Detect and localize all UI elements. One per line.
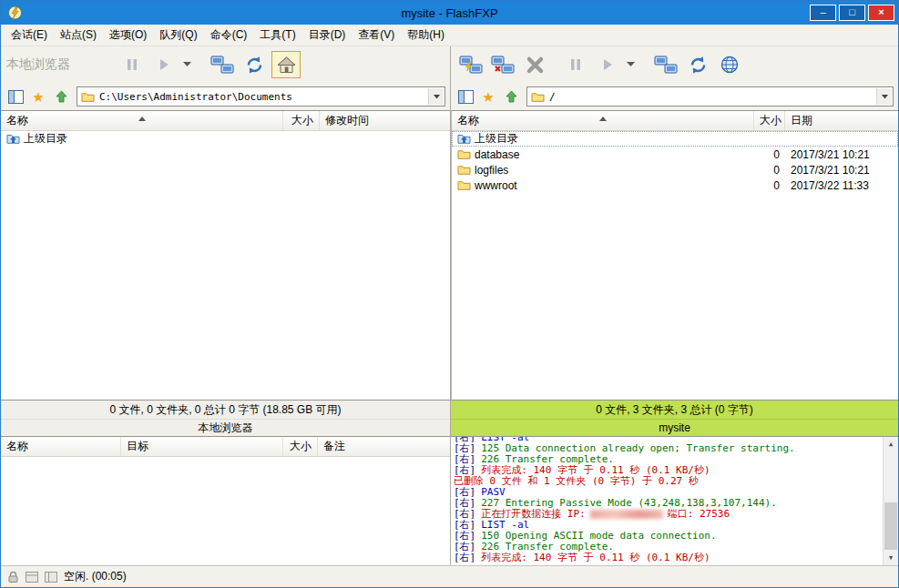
file-row[interactable]: logfiles 0 2017/3/21 10:21 [452, 162, 898, 177]
folder-icon [457, 148, 471, 160]
file-row[interactable]: wwwroot 0 2017/3/22 11:33 [452, 177, 898, 193]
pause-icon [568, 57, 583, 72]
column-header-size[interactable]: 大小 [283, 111, 320, 130]
column-header-queue-target[interactable]: 目标 [121, 437, 283, 456]
menu-item[interactable]: 帮助(H) [401, 25, 451, 46]
minimize-button[interactable]: – [810, 5, 836, 21]
file-size: 0 [754, 164, 785, 177]
disconnect-x-icon [525, 55, 546, 76]
up-directory-button[interactable] [501, 86, 521, 106]
main-panes: 本地浏览器 [1, 46, 898, 565]
menu-item[interactable]: 选项(O) [103, 25, 153, 46]
tree-pane-toggle-button[interactable] [455, 86, 475, 106]
file-date: 2017/3/21 10:21 [785, 148, 898, 161]
statusbar: 空闲. (00:05) [1, 565, 898, 587]
play-button[interactable] [593, 51, 622, 78]
home-button[interactable] [271, 51, 301, 78]
transfer-computers-icon [210, 56, 234, 75]
chevron-down-icon [882, 95, 888, 99]
menu-item[interactable]: 工具(T) [253, 25, 301, 46]
folder-icon [457, 179, 471, 191]
local-addressbar: ★ C:\Users\Administrator\Documents [1, 83, 450, 110]
column-header-size[interactable]: 大小 [754, 111, 785, 130]
quick-connect-button[interactable] [488, 51, 517, 78]
menu-item[interactable]: 站点(S) [54, 25, 103, 46]
log-panel: [右]LIST -al [右]125 Data connection alrea… [451, 436, 898, 565]
remote-list-body: 上级目录 database [452, 131, 898, 400]
up-directory-button[interactable] [51, 86, 71, 106]
star-icon: ★ [482, 90, 494, 104]
up-directory-icon [6, 133, 20, 145]
column-label: 大小 [290, 440, 312, 452]
connect-button[interactable] [456, 51, 485, 78]
pause-button[interactable] [117, 51, 147, 78]
play-dropdown-button[interactable] [625, 51, 636, 78]
site-url-button[interactable] [715, 51, 744, 78]
log-line: [右]列表完成: 140 字节 于 0.11 秒 (0.1 KB/秒) [454, 553, 881, 563]
tree-pane-toggle-button[interactable] [5, 86, 26, 106]
column-header-queue-size[interactable]: 大小 [283, 437, 318, 456]
titlebar: mysite - FlashFXP – □ × [1, 1, 898, 25]
file-name: 上级目录 [24, 131, 67, 147]
transfer-queue-button[interactable] [208, 51, 237, 78]
maximize-button[interactable]: □ [839, 5, 865, 21]
menu-item[interactable]: 目录(D) [302, 25, 352, 46]
menu-item[interactable]: 查看(V) [352, 25, 401, 46]
scroll-up-button[interactable]: ▲ [884, 437, 898, 451]
lock-icon [7, 571, 19, 583]
column-header-name[interactable]: 名称 [1, 111, 283, 130]
favorites-button[interactable]: ★ [28, 86, 48, 106]
refresh-button[interactable] [683, 51, 712, 78]
app-icon[interactable] [7, 5, 23, 20]
disconnect-button[interactable] [520, 51, 549, 78]
file-row[interactable]: 上级目录 [1, 131, 450, 147]
column-label: 名称 [6, 440, 28, 452]
folder-icon [531, 91, 545, 102]
transfer-queue-button[interactable] [651, 51, 680, 78]
sort-ascending-icon [599, 117, 607, 121]
sort-ascending-icon [138, 117, 146, 121]
close-button[interactable]: × [868, 5, 894, 21]
scrollbar-thumb[interactable] [884, 502, 897, 550]
file-name: wwwroot [475, 179, 517, 192]
play-button[interactable] [149, 51, 179, 78]
log-text: 端口: 27536 [668, 508, 730, 520]
local-file-list: 名称 大小 修改时间 [1, 110, 450, 400]
folder-icon [81, 91, 95, 102]
combobox-dropdown-button[interactable] [876, 88, 892, 105]
status-text: 空闲. (00:05) [64, 569, 127, 584]
column-header-date[interactable]: 日期 [785, 111, 898, 130]
pause-icon [125, 57, 139, 72]
file-row[interactable]: database 0 2017/3/21 10:21 [452, 147, 898, 162]
favorites-button[interactable]: ★ [478, 86, 498, 106]
local-stats: 0 文件, 0 文件夹, 0 总计 0 字节 (18.85 GB 可用) [1, 400, 450, 420]
folder-icon [457, 164, 471, 176]
remote-path-combobox[interactable]: / [526, 86, 894, 106]
star-icon: ★ [32, 90, 44, 104]
column-header-name[interactable]: 名称 [452, 111, 754, 130]
column-header-queue-note[interactable]: 备注 [318, 437, 450, 456]
local-path-combobox[interactable]: C:\Users\Administrator\Documents [77, 86, 445, 106]
local-tab[interactable]: 本地浏览器 [1, 420, 450, 436]
refresh-button[interactable] [240, 51, 269, 78]
remote-tab[interactable]: mysite [451, 420, 898, 436]
menu-item[interactable]: 命令(C) [204, 25, 254, 46]
column-label: 目标 [127, 440, 148, 452]
local-summary: 0 文件, 0 文件夹, 0 总计 0 字节 (18.85 GB 可用) 本地浏… [1, 400, 450, 436]
chevron-down-icon [434, 95, 440, 99]
file-date: 2017/3/22 11:33 [785, 179, 898, 192]
file-row[interactable]: 上级目录 [452, 131, 898, 147]
column-header-queue-name[interactable]: 名称 [1, 437, 121, 456]
menu-item[interactable]: 队列(Q) [153, 25, 203, 46]
transfer-computers-icon [654, 56, 678, 75]
play-dropdown-button[interactable] [181, 51, 192, 78]
combobox-dropdown-button[interactable] [428, 88, 444, 105]
scrollbar-track[interactable] [884, 451, 898, 551]
scroll-down-button[interactable]: ▼ [884, 551, 898, 565]
menu-item[interactable]: 会话(E) [5, 25, 54, 46]
column-header-modified[interactable]: 修改时间 [320, 111, 450, 130]
pause-button[interactable] [561, 51, 590, 78]
local-toolbar: 本地浏览器 [1, 46, 450, 83]
chevron-down-icon [183, 62, 191, 67]
log-scrollbar[interactable]: ▲ ▼ [883, 437, 898, 565]
